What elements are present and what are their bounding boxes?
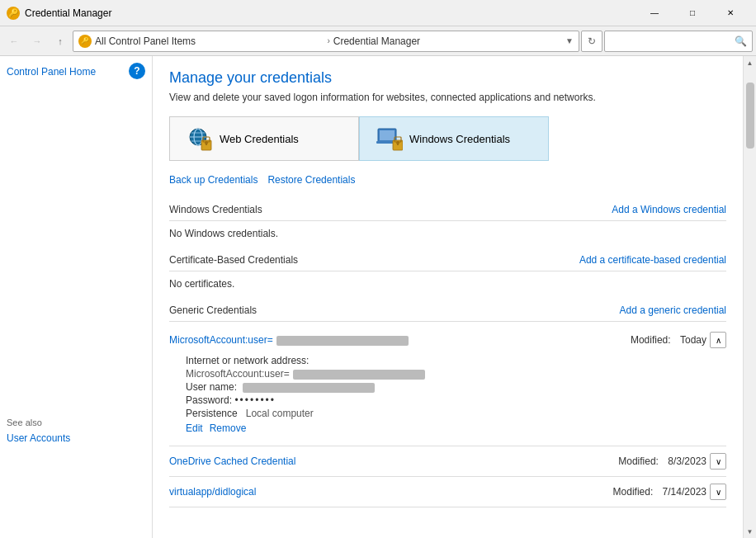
see-also-label: See also bbox=[7, 418, 145, 427]
path-current: Credential Manager bbox=[333, 35, 562, 47]
web-credentials-button[interactable]: Web Credentials bbox=[169, 116, 359, 161]
certificate-credentials-header: Certificate-Based Credentials Add a cert… bbox=[169, 249, 726, 271]
scrollbar: ▲ ▼ bbox=[743, 56, 756, 538]
detail-row-password: Password: •••••••• bbox=[186, 394, 710, 406]
onedrive-name[interactable]: OneDrive Cached Credential bbox=[169, 455, 295, 467]
svg-rect-10 bbox=[380, 130, 395, 140]
windows-credentials-header: Windows Credentials Add a Windows creden… bbox=[169, 199, 726, 221]
windows-credentials-section-name: Windows Credentials bbox=[169, 204, 262, 215]
list-item: MicrosoftAccount:user= Modified: Today ∧… bbox=[169, 325, 726, 446]
windows-credentials-section: Windows Credentials Add a Windows creden… bbox=[169, 199, 726, 249]
page-subtitle: View and delete your saved logon informa… bbox=[169, 92, 726, 103]
detail-row-username: User name: bbox=[186, 381, 710, 393]
microsoft-account-name[interactable]: MicrosoftAccount:user= bbox=[169, 334, 409, 346]
address-bar: ← → ↑ 🔑 All Control Panel Items › Creden… bbox=[0, 26, 756, 56]
path-separator: › bbox=[327, 36, 329, 45]
window-controls: — □ ✕ bbox=[636, 0, 749, 26]
refresh-button[interactable]: ↻ bbox=[581, 31, 602, 52]
web-credentials-icon bbox=[187, 125, 213, 152]
page-title: Manage your credentials bbox=[169, 69, 726, 87]
microsoft-account-item-header: MicrosoftAccount:user= Modified: Today ∧ bbox=[169, 328, 726, 352]
scroll-down-button[interactable]: ▼ bbox=[744, 525, 757, 538]
user-accounts-link[interactable]: User Accounts bbox=[7, 432, 145, 444]
microsoft-account-modified: Modified: Today ∧ bbox=[631, 332, 726, 348]
blurred-internet bbox=[293, 370, 425, 380]
forward-button[interactable]: → bbox=[26, 31, 48, 52]
restore-credentials-link[interactable]: Restore Credentials bbox=[267, 174, 355, 186]
up-button[interactable]: ↑ bbox=[50, 31, 71, 52]
expand-button[interactable]: ∨ bbox=[710, 453, 726, 470]
detail-row-internet-value: MicrosoftAccount:user= bbox=[186, 368, 710, 380]
certificate-credentials-section-name: Certificate-Based Credentials bbox=[169, 254, 298, 266]
window-title: Credential Manager bbox=[25, 7, 636, 19]
windows-credentials-empty: No Windows credentials. bbox=[169, 224, 726, 249]
svg-rect-8 bbox=[206, 143, 207, 145]
address-icon: 🔑 bbox=[78, 35, 92, 48]
virtualapp-modified: Modified: 7/14/2023 ∨ bbox=[613, 484, 726, 500]
path-prefix: All Control Panel Items bbox=[95, 35, 324, 47]
search-box[interactable]: 🔍 bbox=[604, 31, 753, 52]
credentials-links-row: Back up Credentials Restore Credentials bbox=[169, 174, 726, 186]
list-item: virtualapp/didlogical Modified: 7/14/202… bbox=[169, 477, 726, 507]
collapse-button[interactable]: ∧ bbox=[710, 332, 726, 348]
scroll-up-button[interactable]: ▲ bbox=[744, 56, 757, 69]
minimize-button[interactable]: — bbox=[636, 0, 673, 26]
sidebar: ? Control Panel Home See also User Accou… bbox=[0, 56, 153, 538]
back-button[interactable]: ← bbox=[3, 31, 25, 52]
certificate-credentials-section: Certificate-Based Credentials Add a cert… bbox=[169, 249, 726, 300]
credential-actions: Edit Remove bbox=[186, 421, 710, 436]
credential-type-row: Web Credentials Windows Credentials bbox=[169, 116, 726, 161]
add-generic-credential-link[interactable]: Add a generic credential bbox=[620, 304, 726, 316]
detail-row-internet: Internet or network address: bbox=[186, 355, 710, 366]
control-panel-home-link[interactable]: Control Panel Home bbox=[7, 66, 145, 78]
certificate-credentials-empty: No certificates. bbox=[169, 275, 726, 300]
windows-credentials-icon bbox=[376, 125, 403, 152]
generic-credentials-section-name: Generic Credentials bbox=[169, 304, 257, 316]
blurred-username bbox=[243, 383, 375, 393]
windows-credentials-label: Windows Credentials bbox=[409, 133, 510, 145]
close-button[interactable]: ✕ bbox=[711, 0, 749, 26]
edit-link[interactable]: Edit bbox=[186, 422, 203, 434]
search-icon: 🔍 bbox=[735, 35, 747, 47]
generic-credentials-header: Generic Credentials Add a generic creden… bbox=[169, 300, 726, 322]
help-button[interactable]: ? bbox=[129, 63, 145, 79]
remove-link[interactable]: Remove bbox=[210, 422, 247, 434]
add-certificate-credential-link[interactable]: Add a certificate-based credential bbox=[579, 254, 726, 266]
title-bar: 🔑 Credential Manager — □ ✕ bbox=[0, 0, 756, 26]
content-area: Manage your credentials View and delete … bbox=[153, 56, 743, 538]
virtualapp-name[interactable]: virtualapp/didlogical bbox=[169, 486, 256, 498]
main-layout: ? Control Panel Home See also User Accou… bbox=[0, 56, 756, 538]
generic-credentials-section: Generic Credentials Add a generic creden… bbox=[169, 300, 726, 507]
windows-credentials-button[interactable]: Windows Credentials bbox=[359, 116, 549, 161]
maximize-button[interactable]: □ bbox=[673, 0, 711, 26]
virtualapp-item-header: virtualapp/didlogical Modified: 7/14/202… bbox=[169, 480, 726, 503]
expand-button[interactable]: ∨ bbox=[710, 484, 726, 500]
detail-row-persistence: Persistence Local computer bbox=[186, 408, 710, 419]
add-windows-credential-link[interactable]: Add a Windows credential bbox=[612, 204, 726, 215]
backup-credentials-link[interactable]: Back up Credentials bbox=[169, 174, 258, 186]
list-item: OneDrive Cached Credential Modified: 8/3… bbox=[169, 446, 726, 477]
blurred-name bbox=[276, 336, 409, 346]
svg-rect-15 bbox=[397, 143, 399, 145]
address-field[interactable]: 🔑 All Control Panel Items › Credential M… bbox=[73, 31, 579, 52]
onedrive-item-header: OneDrive Cached Credential Modified: 8/3… bbox=[169, 450, 726, 473]
web-credentials-label: Web Credentials bbox=[220, 133, 299, 145]
microsoft-account-details: Internet or network address: MicrosoftAc… bbox=[169, 352, 726, 442]
onedrive-modified: Modified: 8/3/2023 ∨ bbox=[618, 453, 726, 470]
scrollbar-thumb[interactable] bbox=[746, 83, 754, 149]
app-icon: 🔑 bbox=[7, 7, 20, 20]
